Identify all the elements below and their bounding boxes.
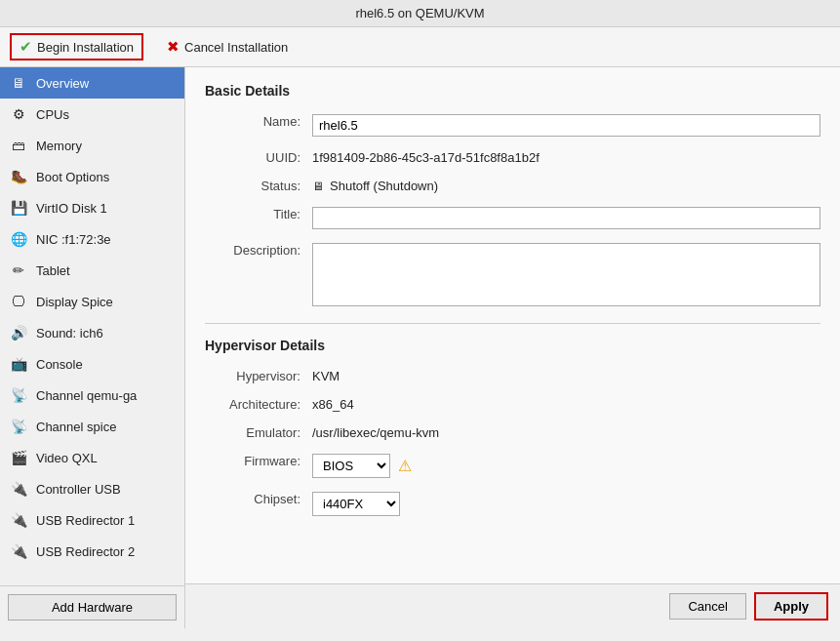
description-input[interactable] (312, 243, 820, 306)
sidebar-item-channel-spice[interactable]: 📡 Channel spice (0, 411, 184, 442)
sidebar-item-label-console: Console (36, 357, 83, 372)
architecture-row: Architecture: x86_64 (205, 393, 820, 412)
sidebar-item-label-channel-spice: Channel spice (36, 420, 116, 434)
title-row: Title: (205, 203, 820, 229)
sidebar-item-label-cpus: CPUs (36, 107, 69, 122)
cancel-label: Cancel (688, 599, 727, 614)
sidebar-item-label-virtio-disk-1: VirtIO Disk 1 (36, 201, 107, 216)
add-hardware-button[interactable]: Add Hardware (8, 594, 177, 621)
chipset-row: Chipset: i440FX (205, 488, 820, 516)
firmware-label: Firmware: (205, 450, 312, 468)
sidebar-item-label-usb-redirector-2: USB Redirector 2 (36, 544, 135, 559)
sound-ich6-icon: 🔊 (8, 322, 29, 343)
sidebar-item-nic[interactable]: 🌐 NIC :f1:72:3e (0, 223, 184, 255)
emulator-value: /usr/libexec/qemu-kvm (312, 421, 820, 440)
cancel-installation-label: Cancel Installation (184, 40, 288, 55)
hypervisor-row: Hypervisor: KVM (205, 365, 820, 383)
cancel-icon: ✖ (167, 38, 180, 56)
status-label: Status: (205, 175, 312, 193)
sidebar-item-channel-qemu-ga[interactable]: 📡 Channel qemu-ga (0, 380, 184, 411)
apply-label: Apply (774, 599, 809, 614)
overview-icon: 🖥 (8, 72, 29, 94)
title-label: Title: (205, 203, 312, 221)
channel-spice-icon: 📡 (8, 416, 29, 437)
status-icon: 🖥 (312, 180, 324, 193)
status-value: Shutoff (Shutdown) (330, 179, 438, 193)
memory-icon: 🗃 (8, 135, 29, 156)
cancel-button[interactable]: Cancel (669, 593, 745, 620)
virtio-disk-1-icon: 💾 (8, 197, 29, 219)
sidebar-item-usb-redirector-1[interactable]: 🔌 USB Redirector 1 (0, 504, 184, 536)
sidebar-item-virtio-disk-1[interactable]: 💾 VirtIO Disk 1 (0, 192, 184, 223)
sidebar-item-label-boot-options: Boot Options (36, 170, 109, 184)
description-label: Description: (205, 239, 312, 258)
sidebar-item-cpus[interactable]: ⚙ CPUs (0, 99, 184, 130)
hypervisor-details-section: Hypervisor Details Hypervisor: KVM Archi… (205, 338, 820, 516)
sidebar-item-label-tablet: Tablet (36, 263, 70, 278)
nic-icon: 🌐 (8, 228, 29, 250)
sidebar-item-usb-redirector-2[interactable]: 🔌 USB Redirector 2 (0, 536, 184, 567)
display-spice-icon: 🖵 (8, 291, 29, 312)
firmware-row: Firmware: BIOS UEFI ⚠ (205, 450, 820, 478)
architecture-value: x86_64 (312, 393, 820, 412)
status-row: Status: 🖥 Shutoff (Shutdown) (205, 175, 820, 193)
add-hardware-label: Add Hardware (52, 600, 133, 615)
hypervisor-label: Hypervisor: (205, 365, 312, 383)
sidebar-item-memory[interactable]: 🗃 Memory (0, 130, 184, 161)
emulator-label: Emulator: (205, 421, 312, 440)
console-icon: 📺 (8, 353, 29, 375)
controller-usb-icon: 🔌 (8, 478, 29, 500)
sidebar-item-label-sound-ich6: Sound: ich6 (36, 326, 103, 341)
warning-icon: ⚠ (398, 457, 412, 475)
sidebar-item-label-overview: Overview (36, 76, 89, 91)
sidebar-item-label-usb-redirector-1: USB Redirector 1 (36, 513, 135, 528)
sidebar-item-overview[interactable]: 🖥 Overview (0, 67, 184, 99)
title-bar: rhel6.5 on QEMU/KVM (0, 0, 840, 27)
cancel-installation-button[interactable]: ✖ Cancel Installation (159, 35, 296, 59)
begin-installation-button[interactable]: ✔ Begin Installation (10, 33, 143, 60)
sidebar-item-display-spice[interactable]: 🖵 Display Spice (0, 286, 184, 317)
sidebar-item-video-qxl[interactable]: 🎬 Video QXL (0, 442, 184, 473)
sidebar-item-label-nic: NIC :f1:72:3e (36, 232, 111, 247)
check-icon: ✔ (20, 38, 32, 56)
name-label: Name: (205, 110, 312, 129)
sidebar: 🖥 Overview ⚙ CPUs 🗃 Memory 🥾 Boot Option… (0, 67, 185, 628)
boot-options-icon: 🥾 (8, 166, 29, 187)
sidebar-item-controller-usb[interactable]: 🔌 Controller USB (0, 473, 184, 504)
basic-details-title: Basic Details (205, 83, 820, 99)
sidebar-item-label-video-qxl: Video QXL (36, 451, 98, 465)
apply-button[interactable]: Apply (754, 592, 828, 621)
chipset-select[interactable]: i440FX (312, 492, 400, 516)
chipset-label: Chipset: (205, 488, 312, 506)
hypervisor-value: KVM (312, 365, 820, 383)
sidebar-item-label-controller-usb: Controller USB (36, 482, 121, 497)
footer-bar: Cancel Apply (185, 583, 840, 628)
name-row: Name: (205, 110, 820, 137)
uuid-row: UUID: 1f981409-2b86-45c3-a17d-51fc8f8a1b… (205, 146, 820, 165)
uuid-label: UUID: (205, 146, 312, 165)
sidebar-item-sound-ich6[interactable]: 🔊 Sound: ich6 (0, 317, 184, 348)
firmware-select[interactable]: BIOS UEFI (312, 454, 390, 478)
cpus-icon: ⚙ (8, 103, 29, 125)
content-area: Basic Details Name: UUID: 1f981409-2b86-… (185, 67, 840, 583)
uuid-value: 1f981409-2b86-45c3-a17d-51fc8f8a1b2f (312, 146, 820, 165)
basic-details-section: Basic Details Name: UUID: 1f981409-2b86-… (205, 83, 820, 309)
divider (205, 323, 820, 324)
description-row: Description: (205, 239, 820, 309)
usb-redirector-1-icon: 🔌 (8, 509, 29, 531)
video-qxl-icon: 🎬 (8, 447, 29, 468)
toolbar: ✔ Begin Installation ✖ Cancel Installati… (0, 27, 840, 67)
title-input[interactable] (312, 207, 820, 229)
name-input[interactable] (312, 114, 820, 137)
tablet-icon: ✏ (8, 260, 29, 281)
begin-installation-label: Begin Installation (37, 40, 134, 55)
hypervisor-details-title: Hypervisor Details (205, 338, 820, 353)
usb-redirector-2-icon: 🔌 (8, 541, 29, 562)
architecture-label: Architecture: (205, 393, 312, 412)
sidebar-item-boot-options[interactable]: 🥾 Boot Options (0, 161, 184, 192)
sidebar-item-tablet[interactable]: ✏ Tablet (0, 255, 184, 286)
channel-qemu-ga-icon: 📡 (8, 384, 29, 406)
sidebar-item-console[interactable]: 📺 Console (0, 348, 184, 380)
emulator-row: Emulator: /usr/libexec/qemu-kvm (205, 421, 820, 440)
window-title: rhel6.5 on QEMU/KVM (355, 6, 484, 20)
